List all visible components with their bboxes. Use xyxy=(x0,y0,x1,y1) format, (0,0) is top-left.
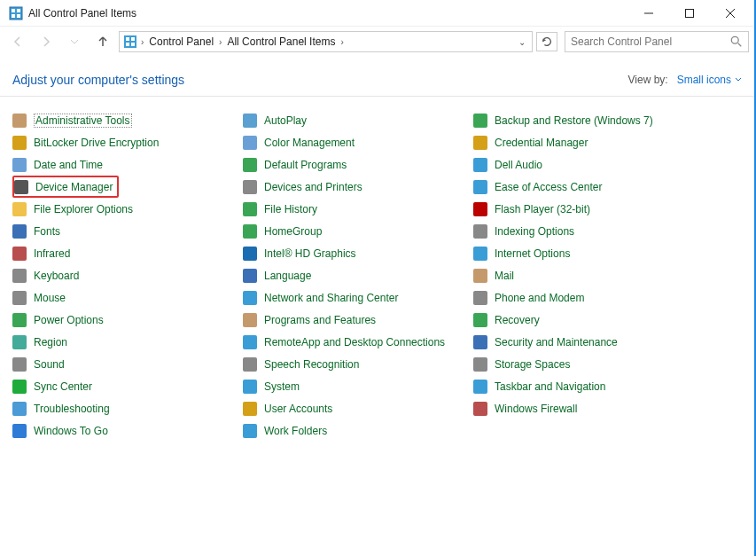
view-by-label: View by: xyxy=(628,74,668,86)
search-icon[interactable] xyxy=(730,35,743,48)
speech-icon xyxy=(243,357,257,372)
control-panel-item[interactable]: Administrative Tools xyxy=(12,109,216,131)
fonts-icon xyxy=(12,224,27,239)
control-panel-item[interactable]: Color Management xyxy=(243,131,447,153)
control-panel-item[interactable]: Sync Center xyxy=(12,375,216,397)
security-icon xyxy=(473,335,487,349)
mouse-icon xyxy=(12,291,27,305)
svg-rect-4 xyxy=(17,14,20,18)
up-button[interactable] xyxy=(90,29,115,54)
control-panel-item[interactable]: Security and Maintenance xyxy=(473,331,677,353)
control-panel-item[interactable]: Language xyxy=(243,264,447,286)
view-by-dropdown[interactable]: Small icons xyxy=(677,74,742,86)
control-panel-item[interactable]: Network and Sharing Center xyxy=(243,286,447,309)
control-panel-item[interactable]: Ease of Access Center xyxy=(473,176,677,198)
search-input[interactable] xyxy=(571,35,730,48)
address-bar[interactable]: › Control Panel › All Control Panel Item… xyxy=(119,31,533,52)
control-panel-item-label: Speech Recognition xyxy=(264,358,359,371)
backup-icon xyxy=(473,114,487,128)
control-panel-item[interactable]: Taskbar and Navigation xyxy=(473,375,677,397)
control-panel-item[interactable]: Backup and Restore (Windows 7) xyxy=(473,109,677,131)
control-panel-item[interactable]: Storage Spaces xyxy=(473,353,677,375)
svg-rect-11 xyxy=(131,37,135,41)
control-panel-item[interactable]: Intel® HD Graphics xyxy=(243,242,447,264)
breadcrumb-root[interactable]: Control Panel xyxy=(147,35,215,48)
control-panel-item[interactable]: RemoteApp and Desktop Connections xyxy=(243,331,447,353)
chevron-right-icon[interactable]: › xyxy=(339,37,345,47)
control-panel-item[interactable]: Recovery xyxy=(473,309,677,331)
chevron-right-icon[interactable]: › xyxy=(139,37,145,47)
control-panel-item[interactable]: Region xyxy=(12,331,216,353)
control-panel-item-label: Language xyxy=(264,270,311,282)
control-panel-item[interactable]: File History xyxy=(243,198,447,220)
control-panel-item[interactable]: Dell Audio xyxy=(473,153,677,176)
control-panel-item[interactable]: Sound xyxy=(12,353,216,375)
recovery-icon xyxy=(473,313,487,327)
control-panel-item[interactable]: Flash Player (32-bit) xyxy=(473,198,677,220)
search-box[interactable] xyxy=(565,31,749,52)
recent-locations-button[interactable] xyxy=(62,29,87,54)
control-panel-item-label: Network and Sharing Center xyxy=(264,292,398,304)
control-panel-item-label: User Accounts xyxy=(264,403,332,415)
chevron-right-icon[interactable]: › xyxy=(217,37,223,47)
control-panel-item[interactable]: Programs and Features xyxy=(243,309,447,331)
back-button[interactable] xyxy=(5,29,30,54)
control-panel-item[interactable]: Mail xyxy=(473,264,677,286)
control-panel-item-label: Indexing Options xyxy=(495,225,574,238)
ease-access-icon xyxy=(473,180,487,194)
devices-printers-icon xyxy=(243,180,257,194)
control-panel-item-label: Dell Audio xyxy=(495,159,542,171)
forward-button[interactable] xyxy=(34,29,58,54)
control-panel-item[interactable]: Troubleshooting xyxy=(12,397,216,419)
address-dropdown-button[interactable]: ⌄ xyxy=(516,37,528,47)
control-panel-item-label: Windows To Go xyxy=(34,425,108,437)
refresh-button[interactable] xyxy=(536,32,557,51)
close-button[interactable] xyxy=(710,0,751,27)
control-panel-item[interactable]: System xyxy=(243,375,447,397)
taskbar-icon xyxy=(473,380,487,394)
control-panel-item[interactable]: Phone and Modem xyxy=(473,286,677,309)
control-panel-item[interactable]: BitLocker Drive Encryption xyxy=(12,131,216,153)
control-panel-item-label: AutoPlay xyxy=(264,114,307,127)
control-panel-item[interactable]: Speech Recognition xyxy=(243,353,447,375)
control-panel-item-label: Intel® HD Graphics xyxy=(264,247,356,260)
control-panel-item[interactable]: Internet Options xyxy=(473,242,677,264)
mail-icon xyxy=(473,269,487,283)
minimize-button[interactable] xyxy=(628,0,669,27)
control-panel-item[interactable]: Windows Firewall xyxy=(473,397,677,419)
windows-to-go-icon xyxy=(12,424,27,438)
control-panel-item[interactable]: AutoPlay xyxy=(243,109,447,131)
indexing-icon xyxy=(473,224,487,239)
control-panel-item-label: Recovery xyxy=(495,314,540,326)
view-by-value: Small icons xyxy=(677,74,731,86)
control-panel-item[interactable]: Windows To Go xyxy=(12,419,216,442)
control-panel-item-label: Mouse xyxy=(34,292,66,304)
power-icon xyxy=(12,313,27,327)
admin-tools-icon xyxy=(12,114,27,128)
control-panel-item[interactable]: HomeGroup xyxy=(243,220,447,242)
control-panel-item[interactable]: Fonts xyxy=(12,220,216,242)
control-panel-item-label: Ease of Access Center xyxy=(495,181,602,193)
control-panel-item[interactable]: Keyboard xyxy=(12,264,216,286)
control-panel-item[interactable]: Infrared xyxy=(12,242,216,264)
control-panel-item[interactable]: Work Folders xyxy=(243,419,447,442)
bitlocker-icon xyxy=(12,136,27,150)
control-panel-item[interactable]: Power Options xyxy=(12,309,216,331)
control-panel-item[interactable]: File Explorer Options xyxy=(12,198,216,220)
control-panel-item[interactable]: Date and Time xyxy=(12,153,216,176)
control-panel-item[interactable]: Mouse xyxy=(12,286,216,309)
breadcrumb-current[interactable]: All Control Panel Items xyxy=(225,35,337,48)
control-panel-item[interactable]: Default Programs xyxy=(243,153,447,176)
control-panel-item-label: Troubleshooting xyxy=(34,403,110,415)
control-panel-item-label: Keyboard xyxy=(34,270,79,282)
control-panel-item[interactable]: Device Manager xyxy=(12,176,119,198)
control-panel-item[interactable]: Devices and Printers xyxy=(243,176,447,198)
control-panel-item-label: Flash Player (32-bit) xyxy=(495,203,590,215)
control-panel-item[interactable]: Indexing Options xyxy=(473,220,677,242)
maximize-button[interactable] xyxy=(669,0,710,27)
control-panel-item-label: Phone and Modem xyxy=(495,292,584,304)
control-panel-item[interactable]: User Accounts xyxy=(243,397,447,419)
page-title: Adjust your computer's settings xyxy=(12,73,628,87)
control-panel-item[interactable]: Credential Manager xyxy=(473,131,677,153)
control-panel-item-label: Internet Options xyxy=(495,247,570,260)
